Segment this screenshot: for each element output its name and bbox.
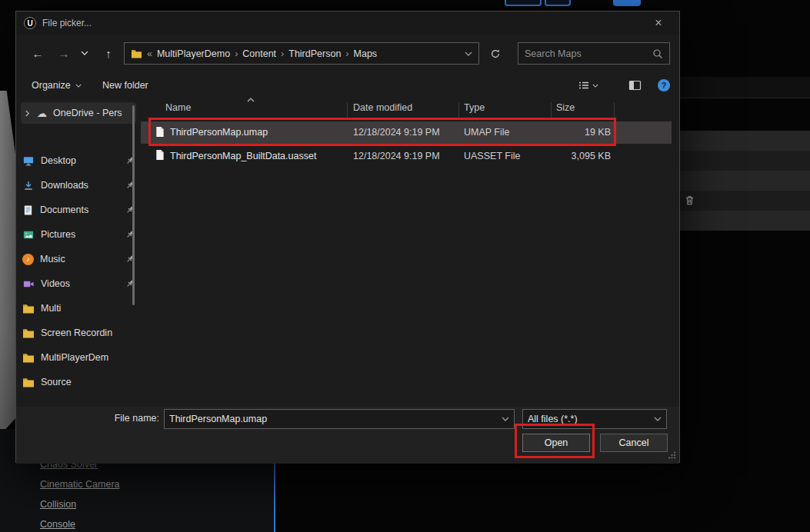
music-icon: ♪ bbox=[22, 254, 34, 265]
breadcrumb-separator: › bbox=[345, 48, 348, 59]
dialog-title: File picker... bbox=[42, 18, 92, 28]
folder-icon bbox=[22, 328, 35, 338]
file-row-thirdpersonmap-builtdata-uasset[interactable]: ThirdPersonMap_BuiltData.uasset 12/18/20… bbox=[141, 145, 672, 166]
new-folder-button[interactable]: New folder bbox=[102, 76, 148, 95]
help-button[interactable]: ? bbox=[658, 78, 670, 93]
detail-row bbox=[680, 151, 810, 171]
sidebar-item-label: Source bbox=[41, 377, 72, 387]
folder-icon bbox=[131, 48, 142, 58]
sidebar-scrollbar[interactable] bbox=[132, 105, 135, 305]
column-header-date-modified[interactable]: Date modified bbox=[353, 102, 412, 119]
settings-link-collision[interactable]: Collision bbox=[40, 499, 76, 510]
downloads-icon bbox=[22, 180, 35, 191]
editor-toolbar-button[interactable] bbox=[505, 0, 542, 6]
up-button[interactable]: ↑ bbox=[99, 44, 118, 62]
file-icon bbox=[155, 126, 165, 138]
sidebar-item-source[interactable]: Source bbox=[22, 371, 135, 393]
column-header-type[interactable]: Type bbox=[464, 102, 485, 119]
recent-locations-chevron-icon[interactable] bbox=[78, 44, 92, 62]
documents-icon bbox=[22, 204, 34, 216]
file-name-label: File name: bbox=[62, 413, 159, 424]
back-button[interactable]: ← bbox=[28, 44, 47, 62]
cancel-button[interactable]: Cancel bbox=[600, 434, 668, 452]
search-box bbox=[518, 42, 670, 65]
file-icon bbox=[155, 149, 165, 161]
file-type-value: All files (*.*) bbox=[528, 414, 654, 424]
onedrive-cloud-icon: ☁ bbox=[37, 108, 47, 119]
breadcrumb-item[interactable]: ThirdPerson bbox=[288, 48, 341, 59]
sidebar-item-label: Videos bbox=[41, 278, 70, 289]
preview-pane-button[interactable] bbox=[628, 78, 642, 93]
file-picker-dialog: U File picker... × ← → ↑ « MultiPlayerDe… bbox=[15, 11, 680, 463]
detail-row bbox=[680, 211, 810, 231]
folder-icon bbox=[22, 303, 35, 314]
sidebar-item-label: Music bbox=[40, 254, 65, 264]
search-icon[interactable] bbox=[652, 48, 663, 59]
sidebar-item-multi[interactable]: Multi bbox=[22, 298, 135, 319]
pictures-icon bbox=[22, 229, 35, 241]
editor-toolbar-button[interactable] bbox=[613, 0, 641, 6]
editor-toolbar-button[interactable] bbox=[545, 0, 571, 6]
sidebar-item-downloads[interactable]: Downloads bbox=[22, 175, 135, 196]
column-header-size[interactable]: Size bbox=[556, 102, 575, 119]
file-date: 12/18/2024 9:19 PM bbox=[353, 145, 440, 166]
sidebar-item-desktop[interactable]: Desktop bbox=[22, 150, 135, 171]
dialog-titlebar[interactable]: U File picker... × bbox=[16, 12, 679, 35]
column-divider[interactable] bbox=[614, 102, 615, 119]
videos-icon bbox=[22, 278, 35, 290]
view-mode-button[interactable] bbox=[578, 78, 598, 93]
file-type: UMAP File bbox=[464, 121, 510, 143]
file-type: UASSET File bbox=[464, 145, 520, 166]
sidebar-item-label: Downloads bbox=[41, 180, 88, 191]
column-header-name[interactable]: Name bbox=[165, 102, 191, 119]
breadcrumb-item[interactable]: Content bbox=[242, 48, 276, 59]
refresh-icon[interactable] bbox=[484, 42, 507, 65]
breadcrumb[interactable]: « MultiPlayerDemo › Content › ThirdPerso… bbox=[124, 42, 479, 65]
sidebar-item-pictures[interactable]: Pictures bbox=[22, 224, 135, 245]
file-row-thirdpersonmap-umap[interactable]: ThirdPersonMap.umap 12/18/2024 9:19 PM U… bbox=[141, 121, 672, 144]
resize-grip[interactable] bbox=[668, 451, 675, 459]
chevron-down-icon bbox=[654, 417, 662, 421]
breadcrumb-separator: › bbox=[235, 48, 238, 59]
file-name-input[interactable] bbox=[169, 414, 502, 424]
sidebar-item-documents[interactable]: Documents bbox=[22, 199, 135, 221]
column-divider[interactable] bbox=[347, 102, 348, 119]
unreal-logo-icon: U bbox=[24, 17, 36, 29]
search-input[interactable] bbox=[525, 48, 652, 59]
sidebar-item-multiplayerdemo[interactable]: MultiPlayerDem bbox=[22, 347, 135, 368]
column-divider[interactable] bbox=[458, 102, 459, 119]
screen: Chaos Solver Cinematic Camera Collision … bbox=[0, 0, 810, 532]
settings-link-cinematic-camera[interactable]: Cinematic Camera bbox=[40, 479, 120, 490]
detail-row bbox=[680, 171, 810, 191]
folder-icon bbox=[22, 377, 35, 387]
breadcrumb-item[interactable]: Maps bbox=[354, 48, 378, 59]
sidebar-item-onedrive[interactable]: ☁ OneDrive - Pers bbox=[21, 102, 136, 124]
file-name-combobox bbox=[164, 409, 515, 429]
panel-header-band bbox=[680, 77, 810, 98]
file-size: 3,095 KB bbox=[551, 145, 611, 166]
sidebar-item-videos[interactable]: Videos bbox=[22, 273, 135, 294]
open-button[interactable]: Open bbox=[522, 434, 590, 452]
details-view-icon bbox=[578, 79, 590, 91]
help-icon: ? bbox=[658, 79, 670, 91]
address-dropdown-chevron-icon[interactable] bbox=[465, 52, 472, 56]
trash-icon[interactable] bbox=[684, 195, 695, 206]
organize-button[interactable]: Organize bbox=[32, 76, 82, 95]
breadcrumb-item[interactable]: MultiPlayerDemo bbox=[157, 48, 230, 59]
file-type-select[interactable]: All files (*.*) bbox=[522, 409, 667, 429]
settings-link-console[interactable]: Console bbox=[40, 519, 75, 530]
sidebar-item-screen-recordings[interactable]: Screen Recordin bbox=[22, 322, 135, 344]
file-size: 19 KB bbox=[551, 121, 611, 143]
column-divider[interactable] bbox=[551, 102, 552, 119]
breadcrumb-overflow[interactable]: « bbox=[147, 48, 152, 59]
detail-row bbox=[680, 131, 810, 151]
preview-pane-icon bbox=[628, 79, 642, 91]
sidebar-item-label: Documents bbox=[40, 204, 88, 215]
folder-icon bbox=[22, 352, 35, 363]
close-icon[interactable]: × bbox=[645, 12, 672, 35]
sidebar-item-music[interactable]: ♪ Music bbox=[22, 248, 135, 270]
editor-details-panel bbox=[680, 0, 810, 532]
sidebar-item-label: Multi bbox=[41, 303, 61, 314]
sidebar-item-label: Screen Recordin bbox=[41, 328, 112, 338]
forward-button[interactable]: → bbox=[55, 44, 73, 62]
